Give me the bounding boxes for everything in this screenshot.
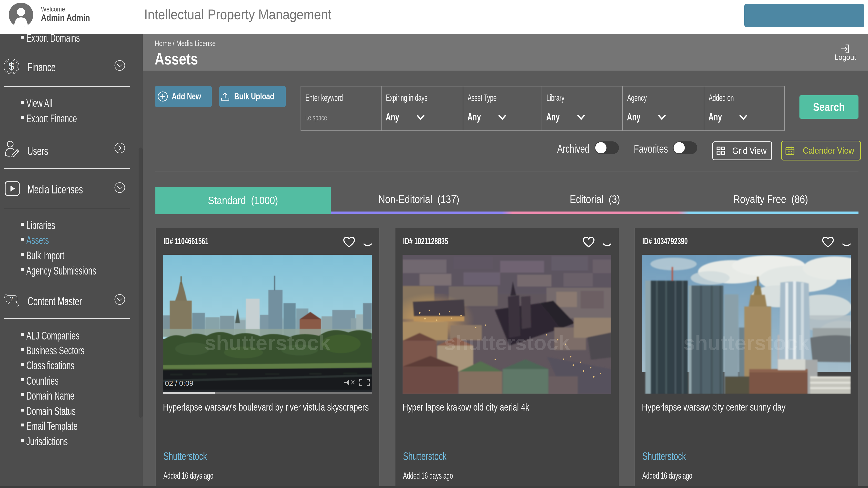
svg-text:shutterstock: shutterstock <box>683 331 809 354</box>
svg-text:$: $ <box>8 61 14 72</box>
svg-text:shutterstock: shutterstock <box>444 331 570 354</box>
svg-text:?: ? <box>10 295 13 302</box>
svg-text:02 / 0:09: 02 / 0:09 <box>165 379 193 387</box>
svg-text:shutterstock: shutterstock <box>205 331 330 354</box>
